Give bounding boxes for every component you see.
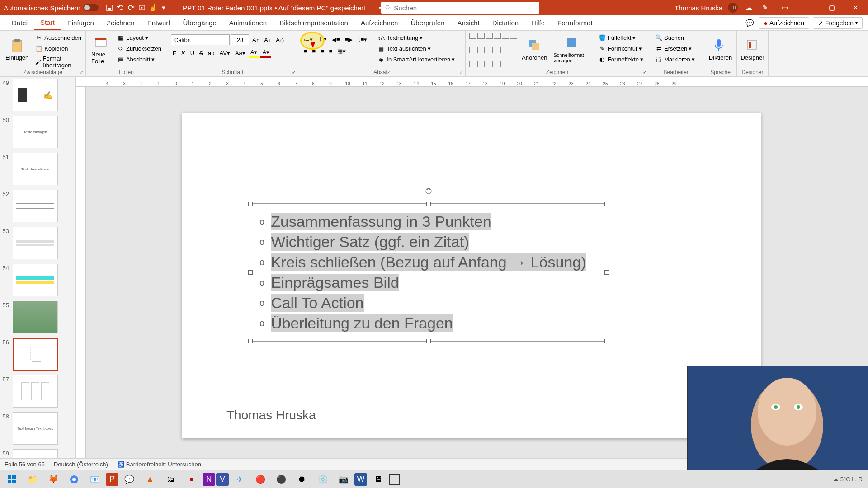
close-icon[interactable]: ✕ — [846, 2, 864, 13]
shadow-button[interactable]: ab — [206, 49, 216, 57]
find-button[interactable]: 🔍Suchen — [653, 33, 700, 42]
tab-animationen[interactable]: Animationen — [223, 16, 273, 29]
bullet-text[interactable]: Call To Action — [271, 294, 363, 312]
app-icon[interactable]: 🗂 — [161, 471, 181, 488]
chrome-icon[interactable] — [64, 471, 84, 488]
start-button[interactable] — [2, 471, 22, 488]
justify-icon[interactable]: ≡ — [327, 47, 335, 56]
cloud-icon[interactable]: ☁ — [743, 2, 754, 13]
ribbon-display-icon[interactable]: ▭ — [776, 2, 794, 13]
share-button[interactable]: ↗Freigeben▾ — [813, 17, 863, 29]
resize-handle[interactable] — [248, 202, 253, 206]
copy-button[interactable]: 📋Kopieren — [33, 43, 83, 53]
powerpoint-icon[interactable]: P — [106, 473, 118, 486]
designer-button[interactable]: Designer — [741, 33, 764, 67]
app-icon[interactable]: 📷 — [334, 471, 354, 488]
content-textbox[interactable]: Zusammenfassung in 3 Punkten Wichtiger S… — [250, 203, 607, 342]
comments-icon[interactable]: 💬 — [744, 18, 755, 28]
autosave-toggle[interactable] — [83, 4, 99, 11]
quickstyles-button[interactable]: Schnellformat-vorlagen — [552, 33, 593, 67]
app-icon[interactable]: ⏺ — [292, 471, 312, 488]
paste-button[interactable]: Einfügen — [4, 33, 30, 67]
thumb-53[interactable] — [13, 227, 58, 259]
from-beginning-icon[interactable] — [137, 2, 147, 13]
cut-button[interactable]: ✂Ausschneiden — [33, 33, 83, 42]
reset-button[interactable]: ↺Zurücksetzen — [115, 43, 163, 53]
tab-dictation[interactable]: Dictation — [486, 16, 525, 29]
shapes-gallery[interactable] — [469, 33, 517, 75]
layout-button[interactable]: ▦Layout ▾ — [115, 33, 163, 42]
decrease-font-icon[interactable]: A↓ — [262, 36, 273, 44]
app-icon[interactable]: ● — [182, 471, 202, 488]
bullet-text[interactable]: Überleitung zu den Fragen — [271, 314, 453, 332]
app-icon[interactable] — [389, 474, 400, 485]
thumb-59[interactable]: ♥ — [13, 449, 58, 458]
dictate-button[interactable]: Diktieren — [708, 33, 733, 67]
tab-formformat[interactable]: Formformat — [551, 16, 599, 29]
font-size-combo[interactable] — [231, 34, 249, 45]
bullet-text[interactable]: Einprägsames Bild — [271, 274, 399, 291]
text-direction-button[interactable]: ↕ATextrichtung ▾ — [375, 33, 457, 42]
tab-hilfe[interactable]: Hilfe — [525, 16, 551, 29]
tab-bildschirmpraesentation[interactable]: Bildschirmpräsentation — [273, 16, 354, 29]
decrease-indent-icon[interactable]: ◀≡ — [330, 35, 342, 44]
app-icon[interactable]: 🖥 — [368, 471, 388, 488]
thumb-51[interactable]: Texte formatieren — [13, 153, 58, 185]
touch-mode-icon[interactable]: ☝ — [147, 2, 158, 13]
obs-icon[interactable]: ⚫ — [271, 471, 291, 488]
format-painter-button[interactable]: 🖌Format übertragen — [33, 54, 83, 70]
search-input[interactable]: Suchen — [381, 2, 539, 14]
thumb-55[interactable] — [13, 301, 58, 333]
thumbnail-panel[interactable]: 49✍ 50Texte einfügen 51Texte formatieren… — [0, 77, 76, 458]
shape-effects-button[interactable]: ◐Formeffekte ▾ — [596, 54, 645, 64]
app-icon[interactable]: 💬 — [119, 471, 139, 488]
font-launcher-icon[interactable]: ⤢ — [291, 70, 297, 75]
align-right-icon[interactable]: ≡ — [319, 47, 326, 56]
tab-zeichnen[interactable]: Zeichnen — [100, 16, 141, 29]
tab-ueberpruefen[interactable]: Überprüfen — [404, 16, 451, 29]
line-spacing-icon[interactable]: ↕≡▾ — [356, 35, 369, 44]
bold-button[interactable]: F — [171, 49, 178, 57]
save-icon[interactable] — [104, 2, 115, 13]
tab-aufzeichnen[interactable]: Aufzeichnen — [354, 16, 405, 29]
case-button[interactable]: Aa▾ — [233, 49, 247, 57]
bullet-text[interactable]: Zusammenfassung in 3 Punkten — [271, 213, 491, 230]
increase-indent-icon[interactable]: ≡▶ — [343, 35, 355, 44]
arrange-button[interactable]: Anordnen — [520, 33, 549, 67]
thumb-56[interactable]: ○ ————○ ————○ ————○ ————○ ————○ ———— — [13, 338, 58, 371]
increase-font-icon[interactable]: A↑ — [250, 36, 261, 44]
select-button[interactable]: ⬚Markieren ▾ — [653, 54, 700, 64]
tab-start[interactable]: Start — [34, 16, 61, 30]
align-text-button[interactable]: ▤Text ausrichten ▾ — [375, 43, 457, 53]
user-name[interactable]: Thomas Hruska — [675, 4, 722, 12]
app-icon[interactable]: 🔴 — [250, 471, 270, 488]
weather-widget[interactable]: ☁ 5°C L. R — [833, 476, 863, 483]
section-button[interactable]: ▤Abschnitt ▾ — [115, 54, 163, 64]
record-button[interactable]: ●Aufzeichnen — [759, 17, 809, 29]
word-icon[interactable]: W — [354, 473, 367, 486]
thumb-58[interactable]: Text boxen Text boxes — [13, 412, 58, 445]
firefox-icon[interactable]: 🦊 — [43, 471, 63, 488]
shape-fill-button[interactable]: 🪣Fülleffekt ▾ — [596, 33, 645, 42]
tab-ansicht[interactable]: Ansicht — [451, 16, 486, 29]
new-slide-button[interactable]: Neue Folie — [90, 33, 112, 67]
tab-einfuegen[interactable]: Einfügen — [61, 16, 100, 29]
thumb-50[interactable]: Texte einfügen — [13, 116, 58, 148]
replace-button[interactable]: ⇄Ersetzen ▾ — [653, 43, 700, 53]
tab-uebergaenge[interactable]: Übergänge — [177, 16, 223, 29]
shape-outline-button[interactable]: ✎Formkontur ▾ — [596, 43, 645, 53]
resize-handle[interactable] — [248, 270, 253, 275]
rotate-handle[interactable] — [425, 188, 432, 195]
thumb-52[interactable] — [13, 190, 58, 222]
italic-button[interactable]: K — [179, 49, 187, 57]
visio-icon[interactable]: V — [216, 473, 229, 486]
strikethrough-button[interactable]: S̶ — [198, 49, 205, 57]
underline-button[interactable]: U — [189, 49, 196, 57]
spacing-button[interactable]: AV▾ — [217, 49, 231, 57]
paragraph-launcher-icon[interactable]: ⤢ — [458, 70, 464, 75]
language-status[interactable]: Deutsch (Österreich) — [54, 461, 108, 468]
avatar[interactable]: TH — [728, 3, 738, 13]
app-icon[interactable]: 💿 — [313, 471, 333, 488]
maximize-icon[interactable]: ▢ — [823, 2, 841, 13]
clear-format-icon[interactable]: A◇ — [274, 36, 286, 44]
